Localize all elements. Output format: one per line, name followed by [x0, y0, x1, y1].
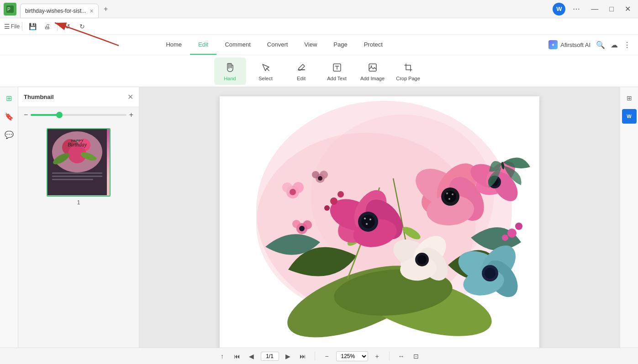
- hand-icon: [224, 61, 237, 74]
- sidebar-comment-icon[interactable]: 💬: [2, 127, 16, 142]
- active-tab[interactable]: birthday-wishes-for-sist... ×: [20, 4, 99, 18]
- menu-item-comment[interactable]: Comment: [216, 35, 258, 55]
- search-button[interactable]: 🔍: [596, 41, 605, 49]
- edit-label: Edit: [297, 76, 306, 81]
- separator: [57, 22, 58, 31]
- floral-svg: [220, 96, 539, 348]
- svg-text:P: P: [7, 7, 11, 12]
- sidebar-thumbnail-icon[interactable]: ⊞: [2, 91, 16, 105]
- menu-item-home[interactable]: Home: [158, 35, 190, 55]
- svg-point-71: [337, 191, 344, 198]
- next-page-button[interactable]: ▶: [283, 351, 294, 362]
- redo-button[interactable]: ↻: [76, 20, 89, 33]
- zoom-out-button[interactable]: −: [24, 111, 28, 119]
- right-panel-word-icon[interactable]: W: [622, 109, 637, 124]
- hand-label: Hand: [224, 76, 236, 81]
- cloud-button[interactable]: ☁: [611, 41, 618, 49]
- svg-point-46: [446, 192, 448, 194]
- tab-close-button[interactable]: ×: [90, 8, 93, 14]
- crop_page-label: Crop Page: [396, 76, 420, 81]
- tool-add_text[interactable]: Add Text: [321, 57, 353, 85]
- file-button[interactable]: ☰ File: [5, 20, 18, 33]
- zoom-out-button[interactable]: −: [322, 351, 332, 362]
- page-input[interactable]: [261, 352, 279, 361]
- svg-point-47: [452, 193, 453, 195]
- zoom-slider[interactable]: [31, 114, 126, 116]
- toolbar-container: ☰ File 💾 🖨 ↺ ↻ HomeEditCommentConvertVie…: [0, 18, 638, 87]
- zoom-in-button[interactable]: +: [129, 111, 133, 119]
- settings-button[interactable]: ⋮: [623, 41, 631, 49]
- menu-bar: HomeEditCommentConvertViewPageProtect ✦ …: [0, 35, 638, 55]
- svg-text:Birthday: Birthday: [68, 141, 87, 148]
- tool-crop_page[interactable]: Crop Page: [392, 57, 424, 85]
- print-button[interactable]: 🖨: [41, 20, 53, 33]
- menu-item-protect[interactable]: Protect: [356, 35, 391, 55]
- crop_page-icon: [402, 61, 415, 74]
- tool-hand[interactable]: Hand: [214, 57, 246, 85]
- fit-page-button[interactable]: ⊡: [411, 351, 422, 362]
- menu-item-edit[interactable]: Edit: [190, 35, 216, 55]
- svg-point-74: [502, 234, 508, 241]
- svg-point-73: [515, 223, 522, 230]
- undo-button[interactable]: ↺: [61, 20, 74, 33]
- svg-point-37: [369, 218, 371, 220]
- zoom-in-button[interactable]: +: [372, 351, 383, 362]
- document-view[interactable]: Lorem ipsum dolor sit amet, consectetur …: [139, 87, 620, 348]
- window-close-button[interactable]: ✕: [621, 0, 634, 18]
- select-icon: [259, 61, 272, 74]
- fit-width-button[interactable]: ↔: [396, 351, 407, 362]
- menu-item-convert[interactable]: Convert: [259, 35, 296, 55]
- svg-point-45: [444, 191, 456, 203]
- svg-point-36: [364, 218, 366, 219]
- panel-close-button[interactable]: ✕: [127, 93, 133, 101]
- tool-add_image[interactable]: Add Image: [357, 57, 389, 85]
- zoom-select[interactable]: 125% 50% 75% 100% 150% 200%: [336, 351, 368, 361]
- menu-item-view[interactable]: View: [296, 35, 325, 55]
- svg-rect-5: [369, 64, 376, 71]
- separator: [389, 352, 390, 361]
- menu-icon: ☰: [4, 23, 10, 30]
- scroll-to-top-button[interactable]: ↑: [217, 351, 228, 362]
- thumbnail-image: HAPPY Birthday: [47, 128, 111, 197]
- svg-point-79: [299, 226, 305, 231]
- tab-label: birthday-wishes-for-sist...: [25, 8, 86, 14]
- thumbnail-page-number: 1: [77, 199, 80, 206]
- svg-point-61: [417, 255, 427, 264]
- window-minimize-button[interactable]: —: [587, 0, 602, 18]
- svg-point-38: [366, 223, 368, 225]
- floral-image: [220, 96, 539, 348]
- sidebar-icons: ⊞ 🔖 💬: [0, 87, 18, 348]
- titlebar: P birthday-wishes-for-sist... × + W ⋯ — …: [0, 0, 638, 18]
- svg-point-69: [330, 198, 337, 205]
- prev-page-button[interactable]: ◀: [246, 351, 257, 362]
- menu-right: ✦ Afirstsoft AI 🔍 ☁ ⋮: [548, 40, 638, 49]
- add_text-label: Add Text: [327, 76, 347, 81]
- last-page-button[interactable]: ⏭: [297, 351, 308, 362]
- file-label: File: [11, 23, 20, 30]
- new-tab-button[interactable]: +: [100, 4, 111, 15]
- sidebar-bookmark-icon[interactable]: 🔖: [2, 109, 16, 124]
- panel-header: Thumbnail ✕: [18, 87, 139, 107]
- tool-edit[interactable]: Edit: [285, 57, 317, 85]
- svg-point-35: [361, 215, 375, 229]
- thumbnail-item[interactable]: HAPPY Birthday 1: [24, 128, 133, 206]
- first-page-button[interactable]: ⏮: [232, 351, 243, 362]
- window-menu-button[interactable]: ⋯: [569, 0, 584, 18]
- user-avatar: W: [553, 3, 565, 16]
- menu-item-page[interactable]: Page: [325, 35, 355, 55]
- save-button[interactable]: 💾: [26, 20, 39, 33]
- zoom-bar: − +: [18, 107, 139, 123]
- edit-icon: [295, 61, 308, 74]
- document-page: Lorem ipsum dolor sit amet, consectetur …: [220, 96, 539, 348]
- tool-select[interactable]: Select: [250, 57, 282, 85]
- svg-point-6: [370, 65, 372, 67]
- bottom-bar: ↑ ⏮ ◀ ▶ ⏭ − 125% 50% 75% 100% 150% 200% …: [0, 348, 638, 364]
- right-panel-icon-1[interactable]: ⊞: [622, 91, 637, 105]
- svg-point-83: [290, 189, 296, 195]
- window-restore-button[interactable]: □: [606, 0, 617, 18]
- svg-point-70: [324, 205, 330, 211]
- thumbnail-svg: HAPPY Birthday: [47, 129, 107, 195]
- select-label: Select: [258, 76, 273, 81]
- svg-point-48: [448, 198, 450, 200]
- ai-button[interactable]: ✦ Afirstsoft AI: [548, 40, 591, 49]
